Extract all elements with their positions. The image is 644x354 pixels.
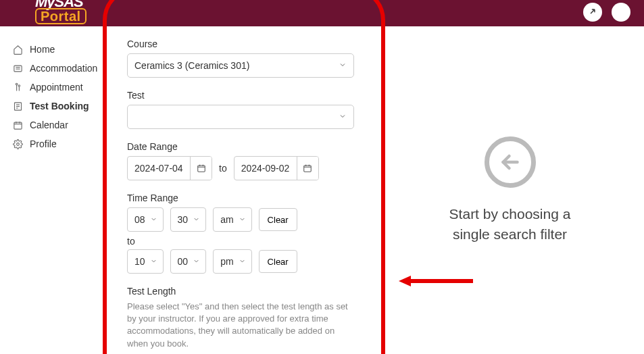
chevron-down-icon — [193, 256, 200, 267]
time-from-min-value: 30 — [178, 214, 189, 225]
svg-rect-0 — [14, 66, 21, 72]
content: Course Ceramics 3 (Ceramics 301) Test — [105, 26, 644, 354]
date-to-value: 2024-09-02 — [234, 157, 297, 180]
time-from-min-select[interactable]: 30 — [170, 207, 207, 232]
time-range-label: Time Range — [127, 193, 354, 203]
time-from-ampm-value: am — [220, 214, 233, 225]
course-label: Course — [127, 39, 354, 49]
header-actions — [583, 3, 630, 22]
calendar-icon — [12, 120, 23, 130]
home-icon — [12, 44, 23, 55]
time-to-ampm-select[interactable]: pm — [213, 249, 251, 274]
accommodation-icon — [12, 63, 23, 74]
svg-rect-14 — [197, 166, 205, 172]
sidebar-item-accommodation[interactable]: Accommodation — [12, 59, 99, 78]
time-from-clear-button[interactable]: Clear — [259, 208, 297, 231]
filter-panel: Course Ceramics 3 (Ceramics 301) Test — [105, 26, 376, 354]
sidebar-item-calendar[interactable]: Calendar — [12, 116, 99, 134]
date-from-value: 2024-07-04 — [128, 157, 190, 180]
sidebar-item-test-booking[interactable]: Test Booking — [12, 97, 99, 116]
filter-form[interactable]: Course Ceramics 3 (Ceramics 301) Test — [105, 26, 376, 354]
calendar-picker-icon[interactable] — [190, 157, 212, 180]
chevron-down-icon — [339, 60, 347, 71]
svg-point-4 — [18, 84, 20, 86]
app-header: MySAS Portal — [0, 0, 644, 26]
date-to-input[interactable]: 2024-09-02 — [234, 156, 319, 180]
svg-point-3 — [16, 83, 18, 85]
test-label: Test — [127, 90, 354, 101]
svg-rect-9 — [14, 122, 21, 129]
chevron-down-icon — [339, 111, 347, 122]
sidebar-item-label: Accommodation — [30, 63, 97, 74]
empty-state-line1: Start by choosing a — [449, 204, 571, 224]
time-to-clear-button[interactable]: Clear — [259, 250, 297, 273]
sidebar: Home Accommodation Appointment Test Book… — [0, 26, 105, 354]
sidebar-item-label: Calendar — [30, 120, 68, 130]
main-area: Home Accommodation Appointment Test Book… — [0, 26, 644, 354]
svg-rect-18 — [304, 166, 312, 172]
time-to-hour-value: 10 — [134, 256, 145, 267]
sidebar-item-label: Test Booking — [30, 101, 89, 111]
sidebar-item-label: Profile — [30, 138, 57, 149]
time-to-hour-select[interactable]: 10 — [127, 249, 164, 274]
time-to-min-value: 00 — [178, 256, 189, 267]
time-from-ampm-select[interactable]: am — [213, 207, 251, 232]
sidebar-item-label: Home — [30, 44, 55, 55]
test-booking-icon — [12, 101, 23, 111]
date-from-input[interactable]: 2024-07-04 — [127, 156, 212, 180]
appointment-icon — [12, 82, 23, 93]
sidebar-item-home[interactable]: Home — [12, 40, 99, 59]
time-to-min-select[interactable]: 00 — [170, 249, 207, 274]
empty-state-text: Start by choosing a single search filter — [449, 204, 571, 244]
calendar-picker-icon[interactable] — [297, 157, 318, 180]
chevron-down-icon — [239, 256, 246, 267]
expand-button[interactable] — [583, 3, 602, 22]
empty-state-line2: single search filter — [449, 224, 571, 244]
test-length-help: Please select "Yes" and then select the … — [127, 301, 354, 350]
chevron-down-icon — [193, 214, 200, 225]
time-from-hour-value: 08 — [134, 214, 145, 225]
date-to-label: to — [219, 163, 227, 174]
chevron-down-icon — [150, 256, 157, 267]
time-from-hour-select[interactable]: 08 — [127, 207, 164, 232]
time-to-ampm-value: pm — [220, 256, 233, 267]
arrow-left-circle-icon — [485, 136, 536, 188]
gear-icon — [12, 138, 23, 149]
course-select[interactable]: Ceramics 3 (Ceramics 301) — [127, 53, 354, 78]
course-select-value: Ceramics 3 (Ceramics 301) — [134, 60, 249, 71]
chevron-down-icon — [239, 214, 246, 225]
logo: MySAS Portal — [35, 0, 86, 24]
time-to-label: to — [127, 232, 354, 249]
expand-icon — [588, 7, 597, 18]
empty-state: Start by choosing a single search filter — [376, 26, 644, 354]
sidebar-item-profile[interactable]: Profile — [12, 134, 99, 153]
test-length-label: Test Length — [127, 286, 354, 297]
avatar[interactable] — [612, 3, 630, 22]
svg-point-13 — [16, 143, 19, 145]
test-select[interactable] — [127, 105, 354, 129]
chevron-down-icon — [150, 214, 157, 225]
sidebar-item-label: Appointment — [30, 82, 83, 93]
date-range-label: Date Range — [127, 141, 354, 152]
logo-text-portal: Portal — [35, 8, 86, 24]
sidebar-item-appointment[interactable]: Appointment — [12, 78, 99, 97]
